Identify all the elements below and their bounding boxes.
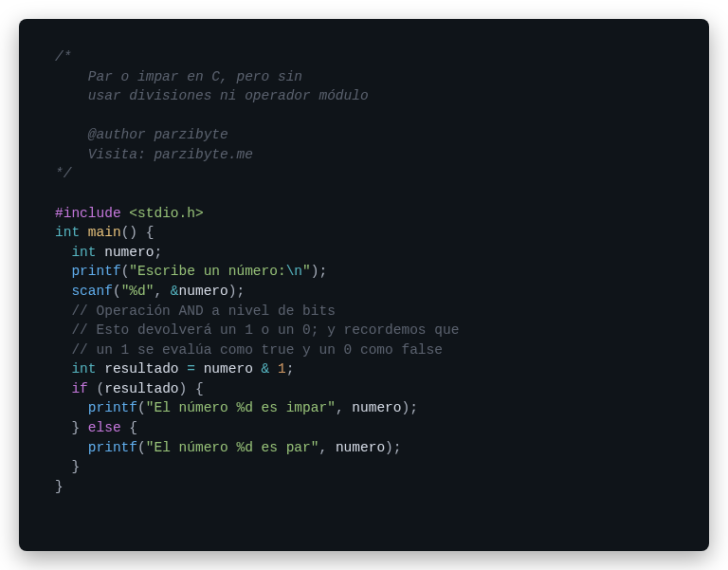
parens: () bbox=[121, 225, 137, 240]
identifier: numero bbox=[97, 245, 155, 260]
indent bbox=[55, 361, 71, 377]
type-keyword: int bbox=[55, 225, 80, 240]
comment-line: */ bbox=[55, 166, 71, 181]
identifier: numero bbox=[179, 284, 228, 299]
indent bbox=[55, 245, 71, 260]
semi: ; bbox=[154, 245, 162, 260]
lparen: ( bbox=[137, 400, 146, 415]
indent bbox=[55, 303, 71, 319]
lparen: ( bbox=[113, 284, 121, 299]
semi: ; bbox=[286, 361, 295, 377]
escape-seq: \n bbox=[286, 264, 302, 279]
operator: & bbox=[262, 361, 270, 377]
func-call: printf bbox=[71, 264, 120, 279]
line-comment: // Operación AND a nivel de bits bbox=[71, 303, 335, 319]
comma: , bbox=[154, 284, 170, 299]
brace: { bbox=[129, 420, 137, 435]
semi: ; bbox=[318, 264, 327, 279]
func-call: printf bbox=[88, 440, 137, 455]
identifier: numero bbox=[336, 440, 385, 455]
number-literal: 1 bbox=[269, 361, 285, 377]
operator: & bbox=[171, 284, 179, 299]
semi: ; bbox=[410, 400, 418, 415]
rparen-brace: ) { bbox=[179, 381, 204, 396]
string-literal: "El número %d es impar" bbox=[146, 400, 336, 415]
code-panel: /* Par o impar en C, pero sin usar divis… bbox=[19, 19, 709, 551]
comment-line: usar divisiones ni operador módulo bbox=[55, 88, 369, 103]
type-keyword: int bbox=[71, 361, 96, 377]
indent bbox=[55, 400, 88, 415]
indent bbox=[55, 440, 88, 455]
rparen: ) bbox=[385, 440, 393, 455]
operator: = bbox=[187, 361, 195, 377]
func-call: scanf bbox=[71, 284, 113, 299]
brace: } bbox=[71, 459, 80, 474]
identifier: numero bbox=[352, 400, 401, 415]
string-literal: " bbox=[302, 264, 311, 279]
include-header: <stdio.h> bbox=[121, 206, 204, 221]
string-literal: "El número %d es par" bbox=[146, 440, 319, 455]
indent bbox=[55, 264, 71, 279]
comment-line: Visita: parzibyte.me bbox=[55, 147, 253, 162]
semi: ; bbox=[236, 284, 245, 299]
lparen: ( bbox=[137, 440, 146, 455]
line-comment: // Esto devolverá un 1 o un 0; y recorde… bbox=[71, 322, 459, 338]
brace: { bbox=[137, 225, 154, 240]
string-literal: "Escribe un número: bbox=[129, 264, 285, 279]
func-call: printf bbox=[88, 400, 137, 415]
brace: } bbox=[71, 420, 80, 435]
comment-line: /* bbox=[55, 49, 71, 64]
indent bbox=[55, 420, 71, 435]
identifier: resultado bbox=[104, 381, 178, 396]
line-comment: // un 1 se evalúa como true y un 0 como … bbox=[71, 342, 443, 358]
preprocessor-keyword: #include bbox=[55, 206, 121, 221]
lparen: ( bbox=[88, 381, 104, 396]
indent bbox=[55, 459, 71, 474]
comment-line: Par o impar en C, pero sin bbox=[55, 69, 302, 84]
rparen: ) bbox=[402, 400, 410, 415]
indent bbox=[55, 284, 71, 299]
comma: , bbox=[318, 440, 335, 455]
main-func: main bbox=[80, 225, 121, 240]
identifier: resultado bbox=[97, 361, 188, 377]
identifier: numero bbox=[195, 361, 262, 377]
comment-line: @author parzibyte bbox=[55, 127, 228, 142]
if-keyword: if bbox=[71, 381, 87, 396]
else-keyword: else bbox=[80, 420, 129, 435]
indent bbox=[55, 322, 71, 338]
semi: ; bbox=[393, 440, 402, 455]
indent bbox=[55, 381, 71, 396]
code-block: /* Par o impar en C, pero sin usar divis… bbox=[55, 47, 673, 496]
brace: } bbox=[55, 479, 64, 494]
type-keyword: int bbox=[71, 245, 96, 260]
string-literal: "%d" bbox=[121, 284, 155, 299]
comma: , bbox=[336, 400, 352, 415]
indent bbox=[55, 342, 71, 358]
